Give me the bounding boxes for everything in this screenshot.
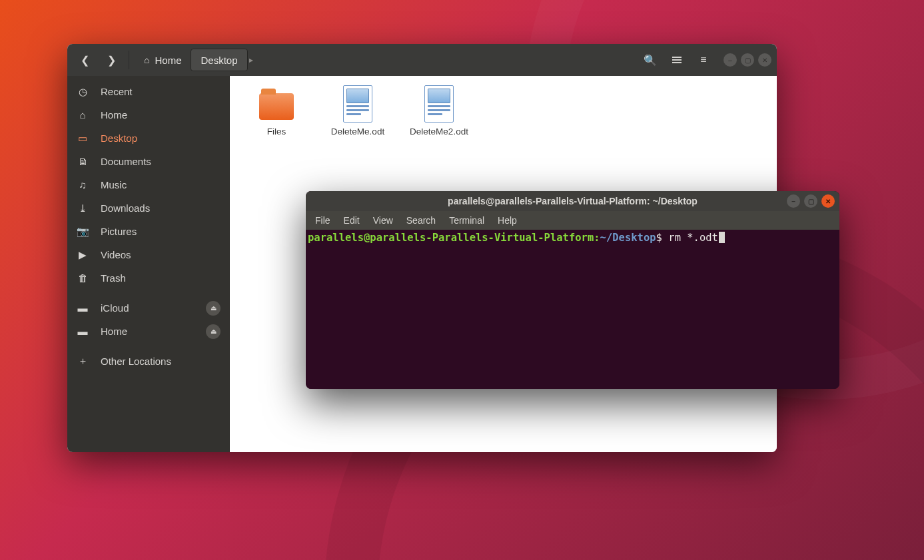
header-separator <box>129 51 129 69</box>
list-view-icon <box>672 57 682 63</box>
document-icon <box>343 85 372 123</box>
sidebar-home-drive[interactable]: ▬Home⏏ <box>67 320 230 343</box>
sidebar-home-drive-icon: ▬ <box>77 326 89 337</box>
prompt-dollar: $ <box>656 232 662 244</box>
sidebar-recent-icon: ◷ <box>77 86 89 98</box>
view-toggle-button[interactable] <box>665 49 689 71</box>
sidebar-videos-icon: ▶ <box>77 249 89 261</box>
term-menu-search[interactable]: Search <box>400 211 442 230</box>
files-sidebar: ◷Recent⌂Home▭Desktop🗎Documents♫Music⤓Dow… <box>67 76 230 452</box>
sidebar-music[interactable]: ♫Music <box>67 173 230 196</box>
file-label: Files <box>247 127 306 137</box>
files-window-controls: – ▢ ✕ <box>723 53 771 67</box>
path-home[interactable]: ⌂ Home <box>135 49 191 71</box>
search-icon: 🔍 <box>644 54 657 67</box>
eject-icon[interactable]: ⏏ <box>206 324 221 339</box>
sidebar-item-label: Other Locations <box>101 356 171 367</box>
item-deleteme-odt[interactable]: DeleteMe.odt <box>328 85 387 137</box>
sidebar-documents[interactable]: 🗎Documents <box>67 150 230 173</box>
file-label: DeleteMe2.odt <box>410 127 468 137</box>
sidebar-item-label: Trash <box>101 272 126 284</box>
sidebar-item-label: Recent <box>101 86 133 97</box>
close-button[interactable]: ✕ <box>821 194 835 208</box>
sidebar-item-label: Home <box>101 109 127 121</box>
terminal-window-controls: – ▢ ✕ <box>787 194 835 208</box>
sidebar-item-label: Pictures <box>101 226 137 237</box>
eject-icon[interactable]: ⏏ <box>206 301 221 316</box>
terminal-title-text: parallels@parallels-Parallels-Virtual-Pl… <box>448 196 697 206</box>
chevron-right-icon: ❯ <box>107 54 116 67</box>
minimize-button[interactable]: – <box>723 53 737 67</box>
nav-forward-button[interactable]: ❯ <box>99 49 123 71</box>
term-menu-help[interactable]: Help <box>491 211 524 230</box>
sidebar-icloud-icon: ▬ <box>77 302 89 314</box>
folder-icon <box>259 93 294 120</box>
sidebar-item-label: Desktop <box>101 133 137 144</box>
hamburger-menu-button[interactable]: ≡ <box>692 49 715 71</box>
sidebar-item-label: Music <box>101 179 127 190</box>
sidebar-pictures-icon: 📷 <box>77 226 89 238</box>
sidebar-trash[interactable]: 🗑Trash <box>67 266 230 290</box>
maximize-button[interactable]: ▢ <box>741 53 754 67</box>
prompt-sep: : <box>594 232 600 244</box>
terminal-menubar: FileEditViewSearchTerminalHelp <box>306 211 839 230</box>
sidebar-desktop-icon: ▭ <box>77 133 89 144</box>
path-current-label: Desktop <box>201 55 237 66</box>
sidebar-item-label: Downloads <box>101 202 150 214</box>
chevron-left-icon: ❮ <box>81 54 89 67</box>
sidebar-item-label: Home <box>101 326 127 337</box>
sidebar-other-locations[interactable]: ＋Other Locations <box>67 350 230 373</box>
sidebar-item-label: Documents <box>101 156 151 167</box>
sidebar-home-icon: ⌂ <box>77 109 89 121</box>
files-icons-row: FilesDeleteMe.odtDeleteMe2.odt <box>247 85 759 137</box>
sidebar-other-locations-icon: ＋ <box>77 355 89 368</box>
sidebar-desktop[interactable]: ▭Desktop <box>67 127 230 150</box>
term-menu-edit[interactable]: Edit <box>337 211 366 230</box>
sidebar-documents-icon: 🗎 <box>77 156 89 167</box>
sidebar-music-icon: ♫ <box>77 179 89 190</box>
sidebar-icloud[interactable]: ▬iCloud⏏ <box>67 296 230 320</box>
term-menu-file[interactable]: File <box>308 211 337 230</box>
chevron-right-icon: ▸ <box>248 55 254 65</box>
nav-back-button[interactable]: ❮ <box>73 49 97 71</box>
sidebar-downloads-icon: ⤓ <box>77 202 89 214</box>
path-home-label: Home <box>155 55 181 66</box>
path-current[interactable]: Desktop <box>191 49 247 71</box>
close-button[interactable]: ✕ <box>758 53 771 67</box>
hamburger-icon: ≡ <box>700 54 706 66</box>
sidebar-home[interactable]: ⌂Home <box>67 103 230 127</box>
terminal-titlebar[interactable]: parallels@parallels-Parallels-Virtual-Pl… <box>306 191 839 211</box>
pathbar: ⌂ Home Desktop ▸ <box>135 49 254 71</box>
item-files[interactable]: Files <box>247 85 306 137</box>
home-icon: ⌂ <box>144 55 149 65</box>
term-menu-view[interactable]: View <box>366 211 400 230</box>
prompt-user: parallels@parallels-Parallels-Virtual-Pl… <box>308 232 594 244</box>
sidebar-trash-icon: 🗑 <box>77 272 89 284</box>
prompt-path: ~/Desktop <box>600 232 656 244</box>
term-menu-terminal[interactable]: Terminal <box>442 211 491 230</box>
sidebar-recent[interactable]: ◷Recent <box>67 80 230 103</box>
file-label: DeleteMe.odt <box>328 127 387 137</box>
sidebar-item-label: iCloud <box>101 302 129 314</box>
item-deleteme2-odt[interactable]: DeleteMe2.odt <box>410 85 468 137</box>
sidebar-item-label: Videos <box>101 249 131 260</box>
sidebar-videos[interactable]: ▶Videos <box>67 243 230 266</box>
sidebar-downloads[interactable]: ⤓Downloads <box>67 196 230 220</box>
minimize-button[interactable]: – <box>787 194 800 208</box>
document-icon <box>424 85 454 123</box>
typed-command: rm *.odt <box>668 232 718 244</box>
terminal-window: parallels@parallels-Parallels-Virtual-Pl… <box>306 191 839 389</box>
maximize-button[interactable]: ▢ <box>804 194 817 208</box>
terminal-body[interactable]: parallels@parallels-Parallels-Virtual-Pl… <box>306 230 839 389</box>
search-button[interactable]: 🔍 <box>638 49 662 71</box>
cursor-icon <box>719 232 725 243</box>
sidebar-pictures[interactable]: 📷Pictures <box>67 220 230 243</box>
files-headerbar: ❮ ❯ ⌂ Home Desktop ▸ 🔍 ≡ – ▢ <box>67 44 777 76</box>
